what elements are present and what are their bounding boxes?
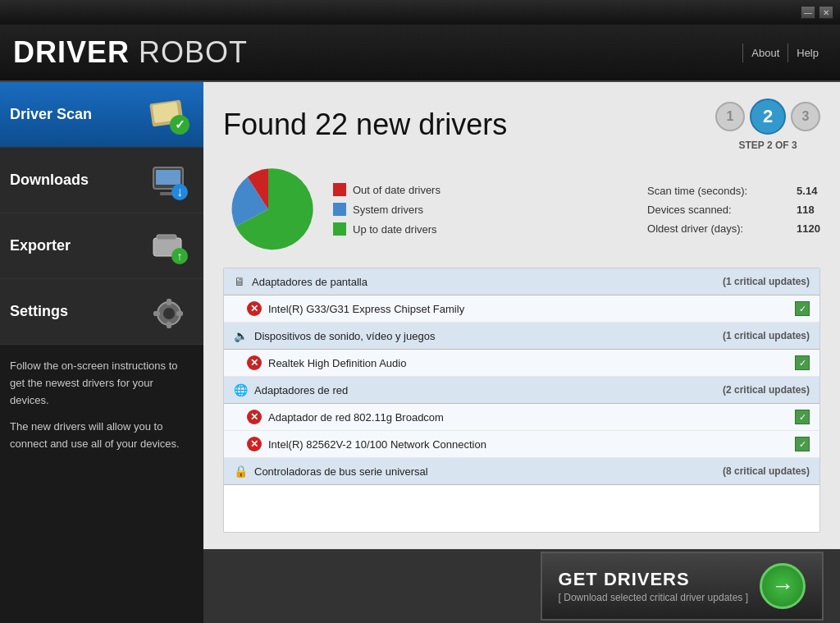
- driver-checkbox-0-0[interactable]: ✓: [795, 301, 810, 316]
- driver-name-0-0: Intel(R) G33/G31 Express Chipset Family: [268, 303, 788, 315]
- sidebar-item-driver-scan[interactable]: Driver Scan ✓: [0, 82, 203, 148]
- logo-light: ROBOT: [130, 35, 248, 69]
- legend-color-red: [333, 183, 346, 196]
- get-drivers-button[interactable]: GET DRIVERS [ Download selected critical…: [541, 552, 824, 621]
- driver-category-3-badge: (8 critical updates): [723, 465, 810, 477]
- help-link[interactable]: Help: [788, 44, 827, 62]
- window-controls: — ✕: [801, 6, 833, 19]
- sidebar-item-exporter[interactable]: Exporter ↑: [0, 213, 203, 279]
- sidebar-item-exporter-label: Exporter: [10, 237, 144, 254]
- svg-text:↓: ↓: [176, 185, 183, 199]
- svg-rect-16: [167, 322, 171, 328]
- found-title: Found 22 new drivers: [223, 108, 507, 142]
- driver-category-0: 🖥 Adaptadores de pantalla (1 critical up…: [224, 268, 819, 295]
- step-indicator: 1 2 3 STEP 2 OF 3: [715, 98, 820, 151]
- get-drivers-sub: [ Download selected critical driver upda…: [559, 592, 748, 603]
- stat-scan-time: Scan time (seconds): 5.14: [647, 185, 820, 197]
- stat-oldest-value: 1120: [797, 222, 820, 235]
- driver-checkbox-1-0[interactable]: ✓: [795, 355, 810, 370]
- exporter-icon: ↑: [144, 222, 194, 271]
- driver-category-1-name: Dispositivos de sonido, vídeo y juegos: [254, 330, 716, 342]
- driver-category-2-name: Adaptadores de red: [254, 384, 716, 396]
- sidebar-item-driver-scan-label: Driver Scan: [10, 106, 144, 123]
- step-circles: 1 2 3: [715, 98, 820, 135]
- driver-entry-1-0: ✕ Realtek High Definition Audio ✓: [224, 350, 819, 377]
- description-para-1: Follow the on-screen instructions to get…: [10, 358, 194, 409]
- legend-label-uptodate: Up to date drivers: [353, 223, 437, 236]
- legend-item-uptodate: Up to date drivers: [333, 222, 441, 236]
- driver-entry-0-0: ✕ Intel(R) G33/G31 Express Chipset Famil…: [224, 295, 819, 323]
- sidebar-item-downloads-label: Downloads: [10, 172, 144, 189]
- close-button[interactable]: ✕: [819, 6, 833, 19]
- scan-stats: Scan time (seconds): 5.14 Devices scanne…: [647, 185, 820, 235]
- driver-category-3-name: Controladoras de bus serie universal: [254, 465, 716, 478]
- stats-row: Out of date drivers System drivers Up to…: [223, 164, 820, 254]
- header-nav: About Help: [742, 44, 827, 62]
- driver-entry-2-1: ✕ Intel(R) 82562V-2 10/100 Network Conne…: [224, 431, 819, 458]
- stat-devices-label: Devices scanned:: [647, 204, 787, 216]
- svg-rect-18: [176, 311, 183, 316]
- driver-scan-icon: ✓: [144, 90, 194, 140]
- stat-scan-time-value: 5.14: [797, 185, 817, 197]
- stat-devices: Devices scanned: 118: [647, 204, 820, 216]
- legend-item-outofdate: Out of date drivers: [333, 183, 441, 196]
- sidebar-item-settings-label: Settings: [10, 303, 144, 320]
- driver-category-0-icon: 🖥: [234, 275, 245, 288]
- driver-category-2-badge: (2 critical updates): [723, 384, 810, 396]
- sidebar-item-downloads[interactable]: Downloads ↓: [0, 148, 203, 213]
- driver-name-2-0: Adaptador de red 802.11g Broadcom: [268, 411, 788, 424]
- step-3-circle: 3: [791, 102, 820, 131]
- get-drivers-arrow-icon: →: [760, 563, 806, 609]
- legend-color-green: [333, 222, 346, 236]
- logo-bold: DRIVER: [13, 35, 130, 69]
- driver-checkbox-2-1[interactable]: ✓: [795, 437, 810, 451]
- get-drivers-title: GET DRIVERS: [559, 569, 748, 590]
- svg-rect-10: [157, 235, 176, 240]
- driver-category-1: 🔈 Dispositivos de sonido, vídeo y juegos…: [224, 323, 819, 350]
- content-area: Found 22 new drivers 1 2 3 STEP 2 OF 3: [203, 82, 840, 623]
- driver-name-1-0: Realtek High Definition Audio: [268, 357, 788, 369]
- driver-category-2-icon: 🌐: [234, 383, 248, 396]
- driver-category-0-name: Adaptadores de pantalla: [252, 276, 716, 288]
- legend-color-blue: [333, 203, 346, 216]
- legend-label-system: System drivers: [353, 204, 423, 216]
- driver-name-2-1: Intel(R) 82562V-2 10/100 Network Connect…: [268, 438, 788, 451]
- step-2-circle: 2: [750, 98, 786, 135]
- error-icon-0-0: ✕: [247, 301, 262, 316]
- svg-text:✓: ✓: [174, 117, 185, 131]
- sidebar: Driver Scan ✓ Downloads ↓: [0, 82, 203, 623]
- legend-item-system: System drivers: [333, 203, 441, 216]
- svg-rect-15: [167, 299, 171, 305]
- svg-rect-5: [156, 170, 180, 185]
- get-drivers-text: GET DRIVERS [ Download selected critical…: [559, 569, 748, 603]
- driver-category-1-icon: 🔈: [234, 329, 248, 342]
- app-logo: DRIVER ROBOT: [13, 35, 248, 70]
- sidebar-description: Follow the on-screen instructions to get…: [0, 345, 203, 466]
- driver-entry-2-0: ✕ Adaptador de red 802.11g Broadcom ✓: [224, 404, 819, 431]
- app-header: DRIVER ROBOT About Help: [0, 25, 840, 82]
- downloads-icon: ↓: [144, 156, 194, 205]
- legend: Out of date drivers System drivers Up to…: [333, 183, 441, 236]
- driver-list[interactable]: 🖥 Adaptadores de pantalla (1 critical up…: [223, 268, 820, 533]
- svg-rect-17: [153, 311, 160, 316]
- stat-oldest: Oldest driver (days): 1120: [647, 222, 820, 235]
- settings-icon: [144, 287, 194, 337]
- error-icon-2-1: ✕: [247, 437, 262, 451]
- driver-checkbox-2-0[interactable]: ✓: [795, 410, 810, 424]
- step-label: STEP 2 OF 3: [738, 140, 797, 151]
- sidebar-item-settings[interactable]: Settings: [0, 279, 203, 345]
- driver-category-0-badge: (1 critical updates): [723, 276, 810, 287]
- stat-devices-value: 118: [797, 204, 815, 216]
- stat-oldest-label: Oldest driver (days):: [647, 222, 787, 235]
- about-link[interactable]: About: [742, 44, 788, 62]
- driver-category-3-icon: 🔒: [234, 465, 248, 478]
- minimize-button[interactable]: —: [801, 6, 815, 19]
- step-1-circle: 1: [715, 102, 745, 131]
- content-inner: Found 22 new drivers 1 2 3 STEP 2 OF 3: [203, 82, 840, 549]
- title-bar: — ✕: [0, 0, 840, 25]
- main-layout: Driver Scan ✓ Downloads ↓: [0, 82, 840, 623]
- error-icon-1-0: ✕: [247, 355, 262, 370]
- error-icon-2-0: ✕: [247, 410, 262, 424]
- driver-category-2: 🌐 Adaptadores de red (2 critical updates…: [224, 377, 819, 404]
- svg-point-14: [163, 308, 175, 319]
